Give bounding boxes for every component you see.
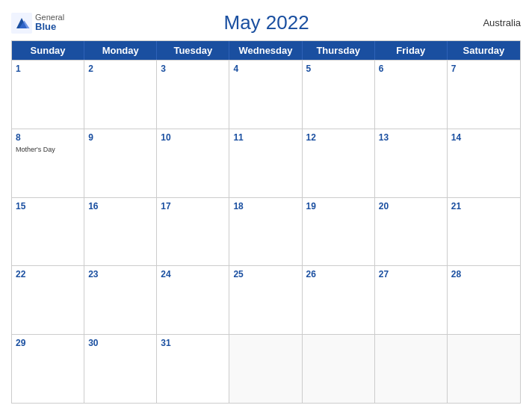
day-12: 12 — [303, 129, 375, 197]
day-27: 27 — [375, 266, 448, 334]
day-13: 13 — [375, 129, 448, 197]
day-25: 25 — [229, 266, 302, 334]
header-friday: Friday — [375, 41, 448, 60]
day-31: 31 — [157, 335, 229, 403]
header-saturday: Saturday — [448, 41, 520, 60]
week-row-3: 15 16 17 18 19 20 21 — [12, 197, 520, 266]
logo: General Blue — [11, 13, 64, 34]
header-thursday: Thursday — [303, 41, 375, 60]
day-23: 23 — [84, 266, 157, 334]
day-10: 10 — [157, 129, 229, 197]
day-28: 28 — [448, 266, 520, 334]
day-8: 8Mother's Day — [12, 129, 84, 197]
day-9: 9 — [84, 129, 157, 197]
calendar: Sunday Monday Tuesday Wednesday Thursday… — [11, 40, 521, 404]
week-row-1: 1 2 3 4 5 6 7 — [12, 60, 520, 129]
day-15: 15 — [12, 198, 84, 266]
day-5: 5 — [303, 61, 375, 129]
day-29: 29 — [12, 335, 84, 403]
day-4: 4 — [229, 61, 302, 129]
day-17: 17 — [157, 198, 229, 266]
week-row-2: 8Mother's Day 9 10 11 12 13 14 — [12, 129, 520, 197]
country-label: Australia — [468, 17, 521, 28]
day-empty-4 — [448, 335, 520, 403]
day-24: 24 — [157, 266, 229, 334]
day-14: 14 — [448, 129, 520, 197]
logo-text: General Blue — [35, 13, 64, 32]
day-empty-1 — [229, 335, 302, 403]
header-monday: Monday — [84, 41, 157, 60]
calendar-header: General Blue May 2022 Australia — [11, 7, 521, 40]
day-empty-3 — [375, 335, 448, 403]
logo-icon — [11, 13, 32, 34]
day-headers: Sunday Monday Tuesday Wednesday Thursday… — [12, 41, 520, 60]
header-tuesday: Tuesday — [157, 41, 229, 60]
day-3: 3 — [157, 61, 229, 129]
week-row-4: 22 23 24 25 26 27 28 — [12, 265, 520, 334]
day-2: 2 — [84, 61, 157, 129]
day-7: 7 — [448, 61, 520, 129]
day-11: 11 — [229, 129, 302, 197]
logo-blue-text: Blue — [35, 22, 64, 32]
day-19: 19 — [303, 198, 375, 266]
header-sunday: Sunday — [12, 41, 84, 60]
day-30: 30 — [84, 335, 157, 403]
week-row-5: 29 30 31 — [12, 334, 520, 403]
header-wednesday: Wednesday — [229, 41, 302, 60]
calendar-grid: 1 2 3 4 5 6 7 8Mother's Day 9 10 11 12 1… — [12, 60, 520, 403]
day-empty-2 — [303, 335, 375, 403]
day-22: 22 — [12, 266, 84, 334]
calendar-title: May 2022 — [64, 11, 468, 34]
day-26: 26 — [303, 266, 375, 334]
day-18: 18 — [229, 198, 302, 266]
day-20: 20 — [375, 198, 448, 266]
day-1: 1 — [12, 61, 84, 129]
day-21: 21 — [448, 198, 520, 266]
day-6: 6 — [375, 61, 448, 129]
day-16: 16 — [84, 198, 157, 266]
